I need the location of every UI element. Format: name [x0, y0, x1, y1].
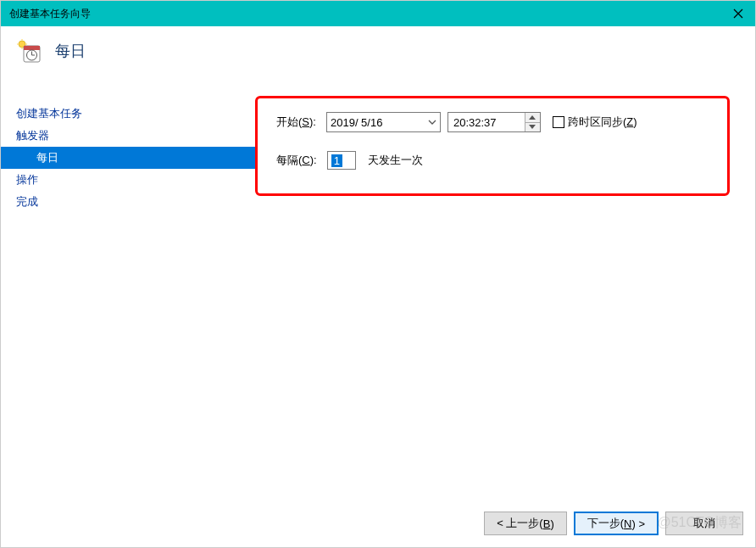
triangle-down-icon	[529, 125, 536, 129]
back-button[interactable]: < 上一步(B)	[484, 512, 567, 535]
wizard-window: 创建基本任务向导	[0, 0, 756, 548]
date-value: 2019/ 5/16	[331, 116, 382, 129]
wizard-body: 创建基本任务 触发器 每日 操作 完成 开始(S): 2019/ 5/16	[1, 75, 755, 547]
interval-label: 每隔(C):	[276, 153, 317, 168]
wizard-sidebar: 创建基本任务 触发器 每日 操作 完成	[1, 75, 255, 547]
page-title: 每日	[55, 41, 86, 61]
interval-value: 1	[331, 154, 342, 167]
sync-label: 跨时区同步(Z)	[568, 115, 637, 130]
time-value: 20:32:37	[448, 113, 525, 131]
window-title: 创建基本任务向导	[9, 7, 91, 21]
sidebar-item-trigger[interactable]: 触发器	[1, 125, 255, 147]
time-spinner	[525, 113, 540, 131]
triangle-up-icon	[529, 115, 536, 120]
sidebar-item-finish[interactable]: 完成	[1, 191, 255, 213]
sync-checkbox-wrap[interactable]: 跨时区同步(Z)	[553, 115, 637, 130]
wizard-content: 开始(S): 2019/ 5/16 20:32:37	[255, 75, 755, 547]
sidebar-item-action[interactable]: 操作	[1, 169, 255, 191]
time-spin-down[interactable]	[525, 123, 540, 132]
close-button[interactable]	[721, 1, 755, 26]
start-date-picker[interactable]: 2019/ 5/16	[326, 112, 441, 132]
chevron-down-icon	[428, 120, 436, 125]
interval-row: 每隔(C): 1 天发生一次	[276, 151, 712, 170]
sync-checkbox[interactable]	[553, 116, 564, 128]
start-row: 开始(S): 2019/ 5/16 20:32:37	[276, 112, 712, 132]
time-spin-up[interactable]	[525, 113, 540, 123]
interval-suffix: 天发生一次	[368, 153, 423, 168]
start-time-input[interactable]: 20:32:37	[447, 112, 541, 132]
start-label: 开始(S):	[276, 115, 316, 130]
close-icon	[733, 8, 743, 19]
next-button[interactable]: 下一步(N) >	[574, 512, 659, 535]
cancel-button[interactable]: 取消	[665, 512, 743, 535]
sidebar-item-create-task[interactable]: 创建基本任务	[1, 103, 255, 125]
svg-rect-8	[24, 46, 40, 50]
titlebar: 创建基本任务向导	[1, 1, 755, 26]
sidebar-item-daily[interactable]: 每日	[1, 147, 255, 169]
wizard-header: 每日	[1, 26, 755, 75]
calendar-clock-icon	[16, 38, 42, 64]
highlight-region: 开始(S): 2019/ 5/16 20:32:37	[255, 96, 730, 196]
wizard-buttons: < 上一步(B) 下一步(N) > 取消	[484, 512, 743, 535]
interval-input[interactable]: 1	[327, 151, 356, 170]
